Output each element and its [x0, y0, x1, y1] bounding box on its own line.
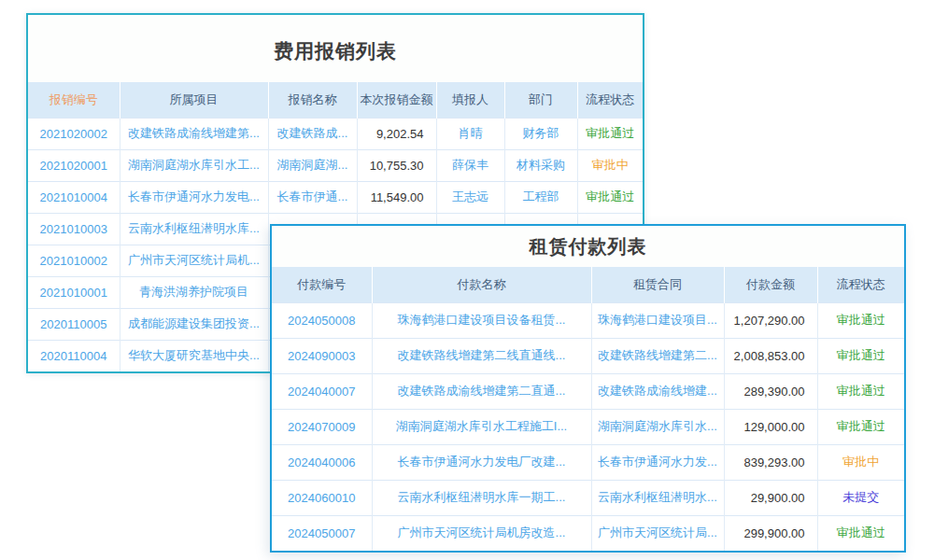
payment-name-link[interactable]: 改建铁路成渝线增建第二直通... — [372, 373, 591, 409]
status-text: 审批通过 — [817, 515, 904, 551]
table-row: 2024040006 长春市伊通河水力发电厂改建... 长春市伊通河水力发...… — [272, 444, 904, 480]
reporter-name-link[interactable]: 薛保丰 — [436, 149, 504, 181]
reimbursement-id-link[interactable]: 2020110005 — [28, 308, 120, 340]
rental-payment-list-card: 租赁付款列表 付款编号 付款名称 租赁合同 付款金额 流程状态 20240500… — [270, 224, 906, 553]
project-name-link[interactable]: 华软大厦研究基地中央... — [120, 340, 268, 371]
project-name-link[interactable]: 成都能源建设集团投资... — [120, 308, 268, 340]
column-header-workflow-status: 流程状态 — [577, 82, 643, 118]
project-name-link[interactable]: 改建铁路成渝线增建第... — [120, 118, 268, 149]
project-name-link[interactable]: 广州市天河区统计局机... — [120, 245, 268, 276]
table-row: 2021020002 改建铁路成渝线增建第... 改建铁路成... 9,202.… — [28, 118, 643, 149]
status-text: 审批中 — [577, 149, 643, 181]
payment-id-link[interactable]: 2024090003 — [272, 338, 372, 373]
contract-name-link[interactable]: 改建铁路线增建第二... — [591, 338, 724, 373]
expense-header-row: 报销编号 所属项目 报销名称 本次报销金额 填报人 部门 流程状态 — [28, 82, 643, 118]
payment-id-link[interactable]: 2024050007 — [272, 515, 372, 551]
payment-amount-value: 299,900.00 — [724, 515, 817, 551]
payment-header-row: 付款编号 付款名称 租赁合同 付款金额 流程状态 — [272, 267, 904, 302]
project-name-link[interactable]: 云南水利枢纽潜明水库... — [120, 213, 268, 245]
department-link[interactable]: 材料采购 — [504, 149, 577, 181]
status-text: 审批通过 — [817, 338, 904, 373]
table-row: 2021010004 长春市伊通河水力发电... 长春市伊通... 11,549… — [28, 181, 643, 213]
status-text: 审批通过 — [817, 409, 904, 444]
column-header-reporter: 填报人 — [436, 82, 504, 118]
status-text: 审批通过 — [817, 373, 904, 409]
table-row: 2024040007 改建铁路成渝线增建第二直通... 改建铁路成渝线增建...… — [272, 373, 904, 409]
table-row: 2024050007 广州市天河区统计局机房改造... 广州市天河区统计局...… — [272, 515, 904, 551]
contract-name-link[interactable]: 云南水利枢纽潜明水... — [591, 480, 724, 515]
column-header-project: 所属项目 — [120, 82, 268, 118]
column-header-department: 部门 — [504, 82, 577, 118]
project-name-link[interactable]: 青海洪湖养护院项目 — [120, 276, 268, 308]
payment-name-link[interactable]: 长春市伊通河水力发电厂改建... — [372, 444, 591, 480]
column-header-payment-name: 付款名称 — [372, 267, 591, 302]
status-text: 审批中 — [817, 444, 904, 480]
reimbursement-name-link[interactable]: 湖南洞庭湖... — [268, 149, 357, 181]
payment-amount-value: 29,900.00 — [724, 480, 817, 515]
contract-name-link[interactable]: 长春市伊通河水力发... — [591, 444, 724, 480]
reimbursement-id-link[interactable]: 2021010001 — [28, 276, 120, 308]
status-text: 审批通过 — [577, 118, 643, 149]
payment-id-link[interactable]: 2024060010 — [272, 480, 372, 515]
project-name-link[interactable]: 湖南洞庭湖水库引水工... — [120, 149, 268, 181]
payment-name-link[interactable]: 珠海鹤港口建设项目设备租赁... — [372, 302, 591, 338]
column-header-amount: 本次报销金额 — [357, 82, 436, 118]
department-link[interactable]: 工程部 — [504, 181, 577, 213]
reporter-name-link[interactable]: 王志远 — [436, 181, 504, 213]
payment-amount-value: 289,390.00 — [724, 373, 817, 409]
reimbursement-id-link[interactable]: 2021020002 — [28, 118, 120, 149]
payment-name-link[interactable]: 云南水利枢纽潜明水库一期工... — [372, 480, 591, 515]
reimbursement-id-link[interactable]: 2021010004 — [28, 181, 120, 213]
payment-amount-value: 839,293.00 — [724, 444, 817, 480]
payment-amount-value: 2,008,853.00 — [724, 338, 817, 373]
column-header-payment-amount: 付款金额 — [724, 267, 817, 302]
table-row: 2024050008 珠海鹤港口建设项目设备租赁... 珠海鹤港口建设项目...… — [272, 302, 904, 338]
payment-id-link[interactable]: 2024070009 — [272, 409, 372, 444]
amount-value: 10,755.30 — [357, 149, 436, 181]
reimbursement-id-link[interactable]: 2020110004 — [28, 340, 120, 371]
reporter-name-link[interactable]: 肖晴 — [436, 118, 504, 149]
department-link[interactable]: 财务部 — [504, 118, 577, 149]
status-text: 审批通过 — [817, 302, 904, 338]
payment-id-link[interactable]: 2024040007 — [272, 373, 372, 409]
reimbursement-name-link[interactable]: 改建铁路成... — [268, 118, 357, 149]
payment-name-link[interactable]: 湖南洞庭湖水库引水工程施工I... — [372, 409, 591, 444]
contract-name-link[interactable]: 广州市天河区统计局... — [591, 515, 724, 551]
payment-amount-value: 129,000.00 — [724, 409, 817, 444]
column-header-lease-contract: 租赁合同 — [591, 267, 724, 302]
status-text: 审批通过 — [577, 181, 643, 213]
payment-amount-value: 1,207,290.00 — [724, 302, 817, 338]
rental-payment-table: 付款编号 付款名称 租赁合同 付款金额 流程状态 2024050008 珠海鹤港… — [272, 267, 904, 551]
payment-id-link[interactable]: 2024050008 — [272, 302, 372, 338]
contract-name-link[interactable]: 湖南洞庭湖水库引水... — [591, 409, 724, 444]
column-header-reimbursement-name: 报销名称 — [268, 82, 357, 118]
expense-list-title: 费用报销列表 — [28, 15, 643, 82]
project-name-link[interactable]: 长春市伊通河水力发电... — [120, 181, 268, 213]
reimbursement-id-link[interactable]: 2021020001 — [28, 149, 120, 181]
column-header-reimbursement-id: 报销编号 — [28, 82, 120, 118]
payment-name-link[interactable]: 改建铁路线增建第二线直通线... — [372, 338, 591, 373]
contract-name-link[interactable]: 改建铁路成渝线增建... — [591, 373, 724, 409]
reimbursement-id-link[interactable]: 2021010002 — [28, 245, 120, 276]
payment-id-link[interactable]: 2024040006 — [272, 444, 372, 480]
column-header-payment-id: 付款编号 — [272, 267, 372, 302]
table-row: 2024070009 湖南洞庭湖水库引水工程施工I... 湖南洞庭湖水库引水..… — [272, 409, 904, 444]
reimbursement-id-link[interactable]: 2021010003 — [28, 213, 120, 245]
table-row: 2024060010 云南水利枢纽潜明水库一期工... 云南水利枢纽潜明水...… — [272, 480, 904, 515]
reimbursement-name-link[interactable]: 长春市伊通... — [268, 181, 357, 213]
contract-name-link[interactable]: 珠海鹤港口建设项目... — [591, 302, 724, 338]
amount-value: 9,202.54 — [357, 118, 436, 149]
column-header-workflow-status: 流程状态 — [817, 267, 904, 302]
table-row: 2024090003 改建铁路线增建第二线直通线... 改建铁路线增建第二...… — [272, 338, 904, 373]
amount-value: 11,549.00 — [357, 181, 436, 213]
rental-payment-list-title: 租赁付款列表 — [272, 226, 904, 267]
table-row: 2021020001 湖南洞庭湖水库引水工... 湖南洞庭湖... 10,755… — [28, 149, 643, 181]
status-text: 未提交 — [817, 480, 904, 515]
payment-name-link[interactable]: 广州市天河区统计局机房改造... — [372, 515, 591, 551]
